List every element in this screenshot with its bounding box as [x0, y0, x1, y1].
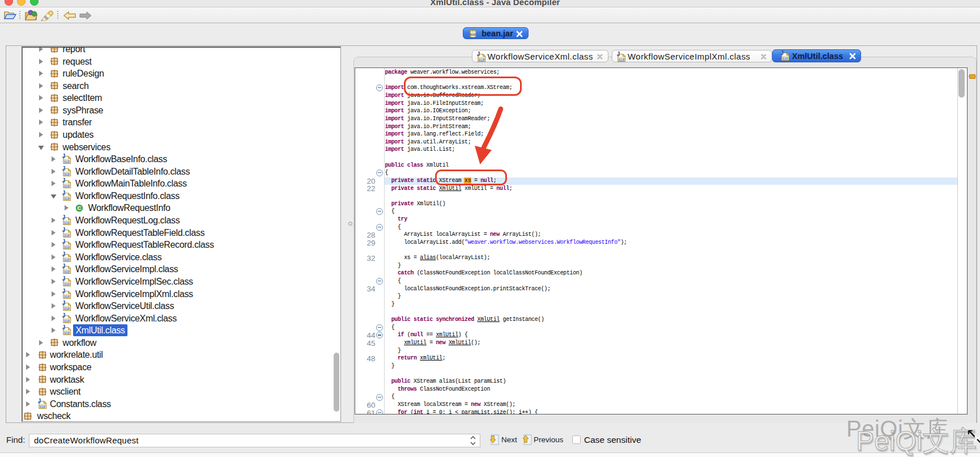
svg-text:J: J [62, 239, 65, 245]
svg-text:010: 010 [782, 57, 787, 60]
svg-text:J: J [62, 252, 65, 257]
svg-text:010: 010 [64, 270, 69, 273]
svg-text:010: 010 [64, 331, 69, 335]
svg-text:010: 010 [64, 172, 69, 175]
svg-text:J: J [62, 227, 65, 233]
svg-text:010: 010 [64, 319, 69, 322]
svg-text:010: 010 [64, 184, 69, 188]
svg-text:J: J [62, 301, 65, 306]
svg-text:J: J [62, 313, 65, 319]
svg-text:010: 010 [64, 257, 69, 261]
svg-text:J: J [62, 178, 65, 184]
svg-text:J: J [37, 399, 41, 404]
svg-text:J: J [62, 166, 65, 172]
svg-text:010: 010 [64, 196, 69, 200]
svg-text:J: J [476, 52, 480, 57]
svg-text:010: 010 [64, 160, 69, 163]
svg-text:J: J [62, 191, 65, 196]
svg-text:J: J [62, 154, 65, 159]
svg-text:J: J [617, 52, 620, 57]
svg-text:010: 010 [40, 404, 45, 408]
svg-text:010: 010 [64, 307, 69, 310]
svg-text:010: 010 [619, 57, 624, 61]
svg-text:010: 010 [64, 246, 69, 249]
svg-text:010: 010 [479, 57, 484, 61]
svg-text:J: J [62, 289, 65, 294]
svg-text:J: J [62, 264, 65, 269]
svg-text:J: J [781, 50, 784, 56]
svg-text:J: J [62, 325, 65, 331]
svg-text:010: 010 [470, 33, 475, 36]
svg-text:010: 010 [64, 221, 69, 225]
svg-text:C: C [77, 205, 81, 211]
svg-text:010: 010 [64, 233, 69, 236]
svg-text:J: J [62, 276, 65, 282]
svg-text:010: 010 [64, 294, 69, 298]
svg-text:010: 010 [64, 282, 69, 285]
svg-text:J: J [62, 215, 65, 221]
